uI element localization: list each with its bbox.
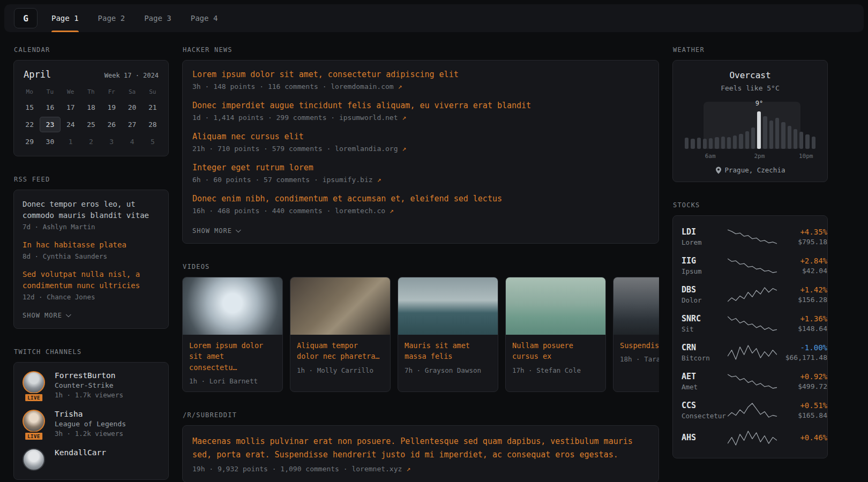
chevron-down-icon (236, 227, 241, 232)
app-logo[interactable]: G (14, 8, 38, 28)
twitch-channel-name: Trisha (55, 410, 126, 418)
stock-row[interactable]: LDILorem+4.35%$795.18 (682, 222, 819, 251)
rss-show-more-button[interactable]: SHOW MORE (23, 312, 71, 319)
rss-item-title[interactable]: In hac habitasse platea (23, 239, 160, 251)
sparkline-chart (728, 257, 777, 274)
twitch-channel[interactable]: LIVETrishaLeague of Legends3h · 1.2k vie… (23, 410, 160, 438)
video-meta: 17h · Stefan Cole (512, 366, 599, 374)
video-card-body: Lorem ipsum dolor sit amet consectetu…1h… (183, 335, 282, 391)
video-title[interactable]: Nullam posuere cursus ex (512, 340, 599, 362)
video-title[interactable]: Lorem ipsum dolor sit amet consectetu… (189, 340, 276, 373)
stock-row[interactable]: IIGIpsum+2.84%$42.04 (682, 251, 819, 280)
avatar-wrap: LIVE (23, 410, 47, 438)
sparkline-chart (728, 402, 777, 419)
stock-change: +0.46% (777, 433, 827, 442)
video-card[interactable]: Mauris sit amet massa felis7h · Grayson … (398, 277, 498, 392)
video-card[interactable]: Suspendisse diam18h · Tara (613, 277, 659, 392)
twitch-channel[interactable]: LIVEForrestBurtonCounter-Strike1h · 1.7k… (23, 371, 160, 399)
video-title[interactable]: Mauris sit amet massa felis (405, 340, 491, 362)
stock-name: Consectetur (682, 412, 728, 420)
middle-column: HACKER NEWS Lorem ipsum dolor sit amet, … (182, 46, 659, 482)
calendar-day: 29 (19, 134, 40, 149)
tab-page-1[interactable]: Page 1 (51, 4, 79, 32)
hackernews-show-more-label: SHOW MORE (192, 227, 232, 235)
video-card[interactable]: Lorem ipsum dolor sit amet consectetu…1h… (182, 277, 283, 392)
calendar-widget: CALENDAR April Week 17 · 2024 MoTuWeThFr… (13, 46, 169, 156)
video-card-body: Mauris sit amet massa felis7h · Grayson … (398, 335, 498, 381)
hn-item-title[interactable]: Donec enim nibh, condimentum et accumsan… (192, 194, 649, 204)
twitch-channel[interactable]: KendallCarr (23, 448, 160, 471)
hn-item: Lorem ipsum dolor sit amet, consectetur … (192, 70, 649, 91)
calendar-day: 27 (122, 117, 142, 132)
weather-bar (703, 139, 707, 149)
hn-item: Integer eget rutrum lorem6h · 60 points … (192, 163, 649, 184)
tab-page-3[interactable]: Page 3 (144, 4, 171, 32)
hn-item-domain-link[interactable]: ipsumify.biz ↗ (323, 176, 381, 184)
hn-item: Donec enim nibh, condimentum et accumsan… (192, 194, 649, 215)
hn-item-domain-link[interactable]: ipsumworld.net ↗ (339, 114, 406, 122)
subreddit-post-title[interactable]: Maecenas mollis pulvinar erat non posuer… (192, 435, 649, 462)
hn-item-title[interactable]: Donec imperdiet augue tincidunt felis al… (192, 101, 649, 110)
video-title[interactable]: Suspendisse diam (620, 340, 659, 351)
hn-item-title[interactable]: Lorem ipsum dolor sit amet, consectetur … (192, 70, 649, 79)
stock-row[interactable]: DBSDolor+1.42%$156.28 (682, 280, 819, 309)
video-card[interactable]: Aliquam tempor dolor nec pharetra…1h · M… (290, 277, 391, 392)
calendar-day: 22 (19, 117, 40, 132)
twitch-channel-game: Counter-Strike (55, 381, 123, 389)
weather-bar (691, 139, 694, 149)
stock-row[interactable]: CRNBitcorn-1.00%$66,171.48 (682, 338, 819, 367)
hackernews-show-more-button[interactable]: SHOW MORE (192, 227, 241, 235)
video-title[interactable]: Aliquam tempor dolor nec pharetra… (297, 340, 384, 362)
weather-location: Prague, Czechia (680, 166, 820, 174)
weather-location-label: Prague, Czechia (725, 166, 785, 174)
hn-item-domain-link[interactable]: loremdomain.com ↗ (331, 82, 402, 91)
calendar-day: 30 (40, 134, 60, 149)
location-pin-icon (715, 167, 722, 174)
calendar-day: 1 (61, 134, 81, 149)
sparkline-chart (728, 344, 777, 361)
stock-sparkline (728, 344, 777, 361)
stock-row[interactable]: CCSConsectetur+0.51%$165.84 (682, 396, 819, 425)
twitch-channel-meta: 3h · 1.2k viewers (55, 430, 126, 438)
video-list: Lorem ipsum dolor sit amet consectetu…1h… (182, 277, 659, 392)
hn-item-title[interactable]: Integer eget rutrum lorem (192, 163, 649, 172)
calendar-day: 3 (101, 134, 122, 149)
sparkline-chart (728, 315, 777, 332)
calendar-week-year: Week 17 · 2024 (104, 72, 159, 79)
avatar-wrap (23, 448, 47, 471)
subreddit-post-domain-link[interactable]: loremnet.xyz ↗ (351, 465, 410, 473)
stock-row[interactable]: AETAmet+0.92%$499.72 (682, 367, 819, 396)
rss-item-meta: 12d · Chance Jones (23, 293, 160, 301)
calendar-day: 19 (101, 100, 122, 115)
stock-row[interactable]: AHS+0.46% (682, 425, 819, 451)
stock-ticker: CCS (682, 401, 728, 410)
stock-change: +2.84% (777, 257, 827, 265)
chevron-down-icon (66, 312, 71, 317)
video-card-body: Suspendisse diam18h · Tara (613, 335, 659, 370)
stock-change: +0.92% (777, 372, 827, 381)
weather-bars (684, 109, 817, 149)
weather-widget-title: WEATHER (673, 46, 828, 54)
stock-name: Dolor (682, 296, 728, 304)
dashboard: CALENDAR April Week 17 · 2024 MoTuWeThFr… (13, 46, 828, 482)
rss-widget-title: RSS FEED (14, 176, 169, 183)
stock-ticker: CRN (682, 343, 728, 352)
twitch-channel-name: ForrestBurton (55, 371, 123, 380)
stock-row[interactable]: SNRCSit+1.36%$148.64 (682, 309, 819, 338)
stock-info: AETAmet (682, 372, 728, 391)
hour-label: 2pm (754, 153, 765, 160)
rss-item-title[interactable]: Sed volutpat nulla nisl, a condimentum n… (23, 269, 160, 291)
hn-item-domain-link[interactable]: loremlandia.org ↗ (335, 145, 406, 153)
twitch-channel-game: League of Legends (55, 420, 126, 428)
stock-info: DBSDolor (682, 285, 728, 304)
video-card[interactable]: Nullam posuere cursus ex17h · Stefan Col… (505, 277, 606, 392)
hn-item-domain-link[interactable]: loremtech.co ↗ (335, 207, 394, 215)
stock-info: LDILorem (682, 227, 728, 246)
rss-item-title[interactable]: Donec tempor eros leo, ut commodo mauris… (23, 199, 160, 221)
tab-page-4[interactable]: Page 4 (191, 4, 218, 32)
hn-item-meta: 3h · 148 points · 116 comments · loremdo… (192, 82, 649, 91)
calendar-day: 4 (122, 134, 142, 149)
hn-item-title[interactable]: Aliquam nec cursus elit (192, 132, 649, 141)
tab-page-2[interactable]: Page 2 (98, 4, 125, 32)
weather-bar-current (757, 111, 761, 149)
